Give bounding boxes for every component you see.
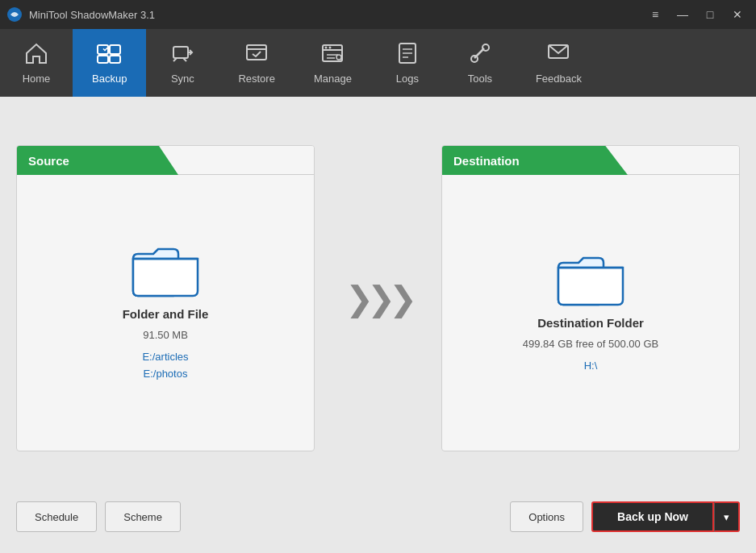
svg-line-14: [341, 59, 343, 60]
svg-point-9: [325, 46, 328, 48]
nav-item-backup[interactable]: Backup: [73, 29, 146, 97]
source-body: Folder and File 91.50 MB E:/articles E:/…: [17, 175, 314, 451]
destination-body: Destination Folder 499.84 GB free of 500…: [442, 175, 739, 451]
svg-rect-5: [173, 47, 188, 58]
source-title: Folder and File: [123, 307, 209, 321]
svg-rect-3: [98, 56, 108, 63]
maximize-button[interactable]: □: [698, 5, 722, 24]
source-header-row: Source: [17, 146, 314, 175]
destination-header-row: Destination: [442, 146, 739, 175]
close-button[interactable]: ✕: [725, 5, 750, 24]
nav-label-home: Home: [23, 73, 51, 85]
menu-button[interactable]: ≡: [643, 5, 667, 24]
svg-point-20: [471, 56, 478, 62]
logs-icon: [395, 42, 420, 68]
bottom-left: Schedule Scheme: [16, 501, 181, 532]
source-header-label: Source: [28, 154, 69, 168]
nav-label-manage: Manage: [314, 73, 352, 85]
source-panel[interactable]: Source Folder and File 91.50 MB E:/artic…: [16, 145, 315, 451]
svg-point-13: [336, 55, 341, 60]
backup-icon: [96, 42, 123, 68]
nav-item-sync[interactable]: Sync: [146, 29, 219, 97]
destination-size: 499.84 GB free of 500.00 GB: [523, 338, 658, 350]
options-button[interactable]: Options: [510, 501, 583, 532]
source-size: 91.50 MB: [143, 329, 188, 341]
arrow-icon: ❯❯❯: [345, 279, 411, 318]
bottom-bar: Schedule Scheme Options Back up Now ▾: [16, 497, 740, 537]
main-content: Source Folder and File 91.50 MB E:/artic…: [0, 97, 756, 553]
backup-dropdown-button[interactable]: ▾: [714, 501, 740, 532]
nav-item-feedback[interactable]: Feedback: [516, 29, 601, 97]
nav-label-backup: Backup: [92, 73, 127, 85]
destination-header-label: Destination: [453, 154, 520, 168]
nav-item-restore[interactable]: Restore: [219, 29, 294, 97]
destination-header-bg: Destination: [442, 146, 628, 175]
nav-item-tools[interactable]: Tools: [444, 29, 516, 97]
svg-point-10: [329, 46, 332, 48]
bottom-right: Options Back up Now ▾: [510, 501, 740, 532]
nav-item-manage[interactable]: Manage: [294, 29, 371, 97]
manage-icon: [320, 42, 345, 68]
nav-label-sync: Sync: [171, 73, 194, 85]
nav-label-restore: Restore: [238, 73, 275, 85]
destination-folder-icon: [554, 252, 627, 308]
destination-path: H:\: [584, 358, 598, 375]
arrow-section: ❯❯❯: [315, 279, 441, 318]
backup-now-button[interactable]: Back up Now: [591, 501, 714, 532]
home-icon: [24, 42, 48, 68]
nav-label-logs: Logs: [396, 73, 419, 85]
app-logo: [6, 6, 23, 23]
scheme-button[interactable]: Scheme: [105, 501, 181, 532]
restore-icon: [244, 42, 269, 68]
app-title: MiniTool ShadowMaker 3.1: [29, 9, 155, 21]
nav-bar: Home Backup Sync: [0, 29, 756, 97]
title-bar-left: MiniTool ShadowMaker 3.1: [6, 6, 155, 23]
destination-title: Destination Folder: [537, 316, 644, 330]
svg-rect-2: [110, 45, 120, 54]
title-bar: MiniTool ShadowMaker 3.1 ≡ — □ ✕: [0, 0, 756, 29]
svg-rect-6: [247, 45, 266, 60]
svg-rect-4: [110, 56, 120, 63]
source-header-bg: Source: [17, 146, 178, 175]
source-paths: E:/articles E:/photos: [142, 349, 188, 383]
source-folder-icon: [129, 243, 202, 299]
sync-icon: [170, 42, 194, 68]
nav-item-logs[interactable]: Logs: [371, 29, 444, 97]
nav-label-tools: Tools: [468, 73, 492, 85]
nav-label-feedback: Feedback: [536, 73, 582, 85]
window-controls: ≡ — □ ✕: [643, 5, 750, 24]
dropdown-arrow-icon: ▾: [724, 511, 729, 523]
schedule-button[interactable]: Schedule: [16, 501, 97, 532]
destination-panel[interactable]: Destination Destination Folder 499.84 GB…: [441, 145, 740, 451]
feedback-icon: [546, 42, 570, 68]
panels-row: Source Folder and File 91.50 MB E:/artic…: [16, 113, 740, 484]
source-path-1: E:/articles: [142, 349, 188, 366]
nav-item-home[interactable]: Home: [0, 29, 73, 97]
svg-point-19: [482, 44, 489, 51]
tools-icon: [468, 42, 492, 68]
minimize-button[interactable]: —: [670, 5, 695, 24]
source-path-2: E:/photos: [142, 366, 188, 383]
